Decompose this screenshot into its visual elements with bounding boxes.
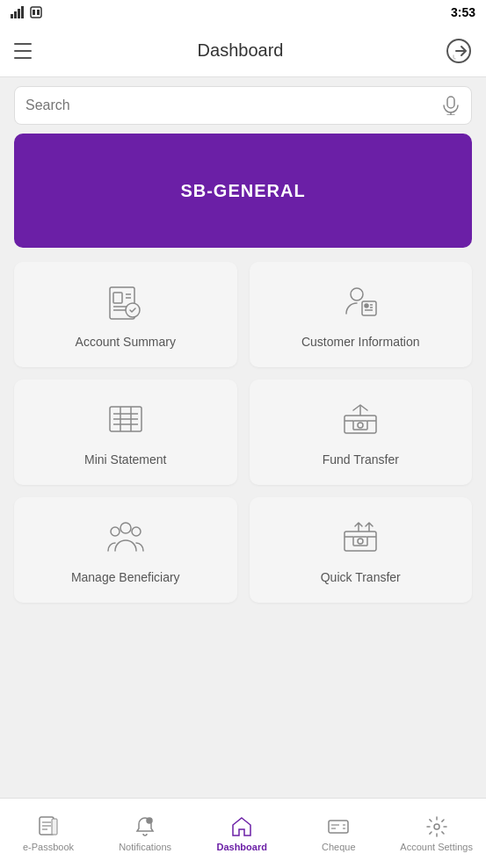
status-bar: 3:53 <box>0 0 486 25</box>
customer-information-label: Customer Information <box>301 335 420 349</box>
fund-transfer-item[interactable]: Fund Transfer <box>250 380 473 485</box>
quick-transfer-icon <box>339 516 381 561</box>
notifications-icon <box>134 815 156 838</box>
svg-point-38 <box>132 527 141 536</box>
nav-notifications-label: Notifications <box>119 842 171 852</box>
svg-point-36 <box>120 523 131 533</box>
mini-statement-label: Mini Statement <box>84 452 166 467</box>
svg-rect-6 <box>37 10 40 15</box>
nav-account-settings[interactable]: Account Settings <box>400 815 473 852</box>
customer-info-icon <box>339 280 381 326</box>
svg-point-18 <box>351 288 363 300</box>
mini-statement-item[interactable]: Mini Statement <box>14 380 237 485</box>
manage-beneficiary-icon <box>105 516 147 561</box>
svg-rect-4 <box>31 7 41 18</box>
nav-cheque[interactable]: Cheque <box>303 815 374 852</box>
nav-cheque-label: Cheque <box>322 842 356 852</box>
search-container <box>0 77 486 134</box>
svg-rect-0 <box>11 14 13 18</box>
nav-dashboard-label: Dashboard <box>216 842 266 852</box>
svg-rect-3 <box>21 6 24 18</box>
logout-icon[interactable] <box>446 38 472 64</box>
svg-rect-12 <box>113 293 122 303</box>
svg-rect-19 <box>362 301 376 315</box>
sim-icon <box>30 6 42 18</box>
quick-transfer-label: Quick Transfer <box>321 570 401 584</box>
quick-transfer-item[interactable]: Quick Transfer <box>250 497 473 603</box>
header-title: Dashboard <box>198 40 284 61</box>
cheque-icon <box>327 815 350 838</box>
signal-icon <box>11 6 25 18</box>
dashboard-icon <box>230 815 253 838</box>
svg-point-37 <box>111 527 120 536</box>
account-summary-icon <box>105 280 147 326</box>
nav-account-settings-label: Account Settings <box>400 842 473 852</box>
svg-rect-5 <box>33 10 35 15</box>
fund-transfer-icon <box>339 398 381 444</box>
feature-grid: Account Summary Customer Information <box>14 262 472 603</box>
search-bar <box>14 86 472 125</box>
fund-transfer-label: Fund Transfer <box>323 452 399 467</box>
status-bar-left <box>11 6 42 18</box>
svg-rect-30 <box>345 416 376 433</box>
customer-information-item[interactable]: Customer Information <box>250 262 473 367</box>
svg-point-57 <box>434 824 439 829</box>
account-summary-item[interactable]: Account Summary <box>14 262 237 367</box>
mic-icon[interactable] <box>441 96 461 115</box>
nav-notifications[interactable]: Notifications <box>110 815 180 852</box>
svg-rect-50 <box>52 819 57 835</box>
epassbook-icon <box>37 815 60 838</box>
svg-point-35 <box>358 423 363 428</box>
menu-button[interactable] <box>14 40 35 61</box>
svg-point-51 <box>147 818 152 823</box>
nav-epassbook-label: e-Passbook <box>23 842 74 852</box>
banner-text: SB-GENERAL <box>180 181 305 201</box>
account-summary-label: Account Summary <box>76 335 176 349</box>
manage-beneficiary-label: Manage Beneficiary <box>71 570 180 584</box>
account-banner: SB-GENERAL <box>14 134 472 248</box>
status-time: 3:53 <box>451 5 475 19</box>
account-settings-icon <box>425 815 448 838</box>
svg-rect-2 <box>18 9 20 18</box>
search-input[interactable] <box>25 98 441 113</box>
svg-rect-52 <box>329 821 348 833</box>
manage-beneficiary-item[interactable]: Manage Beneficiary <box>14 497 237 603</box>
nav-dashboard[interactable]: Dashboard <box>207 815 277 852</box>
mini-statement-icon <box>105 398 147 444</box>
svg-rect-39 <box>345 532 376 551</box>
svg-rect-1 <box>14 11 17 18</box>
svg-point-20 <box>365 304 368 307</box>
nav-epassbook[interactable]: e-Passbook <box>13 815 83 852</box>
bottom-navigation: e-Passbook Notifications Dashboard Chequ… <box>0 798 486 868</box>
svg-point-43 <box>358 539 363 544</box>
header: Dashboard <box>0 25 486 77</box>
svg-rect-8 <box>447 97 454 108</box>
